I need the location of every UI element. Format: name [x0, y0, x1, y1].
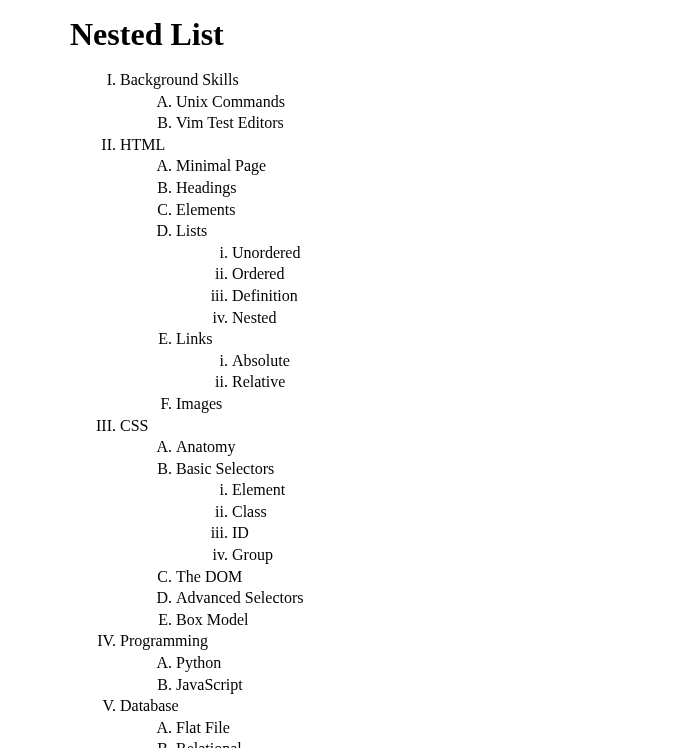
list-item-label: HTML — [120, 136, 165, 153]
list-item-label: CSS — [120, 417, 148, 434]
sublist: Absolute Relative — [176, 350, 662, 393]
sublist: Flat File Relational — [120, 717, 662, 748]
list-item: Images — [176, 393, 662, 415]
outline-root: Background Skills Unix Commands Vim Test… — [20, 69, 662, 748]
list-item-label: Absolute — [232, 352, 290, 369]
list-item: Headings — [176, 177, 662, 199]
list-item: Class — [232, 501, 662, 523]
list-item: Absolute — [232, 350, 662, 372]
list-item: Group — [232, 544, 662, 566]
list-item: Vim Test Editors — [176, 112, 662, 134]
list-item-label: JavaScript — [176, 676, 243, 693]
list-item: HTML Minimal Page Headings Elements List… — [120, 134, 662, 415]
list-item-label: Elements — [176, 201, 236, 218]
sublist: Anatomy Basic Selectors Element Class ID… — [120, 436, 662, 630]
list-item: Relative — [232, 371, 662, 393]
list-item: Unix Commands — [176, 91, 662, 113]
list-item: Basic Selectors Element Class ID Group — [176, 458, 662, 566]
sublist: Unordered Ordered Definition Nested — [176, 242, 662, 328]
list-item-label: Links — [176, 330, 212, 347]
list-item: Programming Python JavaScript — [120, 630, 662, 695]
list-item: Advanced Selectors — [176, 587, 662, 609]
list-item: Nested — [232, 307, 662, 329]
list-item: The DOM — [176, 566, 662, 588]
list-item-label: Headings — [176, 179, 236, 196]
list-item-label: Advanced Selectors — [176, 589, 304, 606]
list-item-label: Lists — [176, 222, 207, 239]
list-item-label: Box Model — [176, 611, 248, 628]
list-item: Python — [176, 652, 662, 674]
list-item-label: Relational — [176, 740, 242, 748]
sublist: Element Class ID Group — [176, 479, 662, 565]
list-item-label: Ordered — [232, 265, 284, 282]
list-item: Definition — [232, 285, 662, 307]
list-item-label: Background Skills — [120, 71, 239, 88]
list-item: CSS Anatomy Basic Selectors Element Clas… — [120, 415, 662, 631]
sublist: Minimal Page Headings Elements Lists Uno… — [120, 155, 662, 414]
list-item-label: Definition — [232, 287, 298, 304]
list-item-label: Class — [232, 503, 267, 520]
list-item-label: Images — [176, 395, 222, 412]
list-item: Elements — [176, 199, 662, 221]
list-item-label: Vim Test Editors — [176, 114, 284, 131]
list-item-label: Nested — [232, 309, 276, 326]
list-item-label: Minimal Page — [176, 157, 266, 174]
sublist: Python JavaScript — [120, 652, 662, 695]
list-item-label: Unordered — [232, 244, 300, 261]
list-item-label: Anatomy — [176, 438, 236, 455]
list-item: Ordered — [232, 263, 662, 285]
list-item-label: Element — [232, 481, 285, 498]
list-item-label: ID — [232, 524, 249, 541]
list-item: Box Model — [176, 609, 662, 631]
list-item: Lists Unordered Ordered Definition Neste… — [176, 220, 662, 328]
list-item: Anatomy — [176, 436, 662, 458]
list-item: JavaScript — [176, 674, 662, 696]
list-item: ID — [232, 522, 662, 544]
list-item: Flat File — [176, 717, 662, 739]
list-item: Minimal Page — [176, 155, 662, 177]
list-item: Database Flat File Relational — [120, 695, 662, 748]
list-item-label: The DOM — [176, 568, 242, 585]
list-item-label: Group — [232, 546, 273, 563]
list-item-label: Unix Commands — [176, 93, 285, 110]
list-item: Links Absolute Relative — [176, 328, 662, 393]
list-item-label: Database — [120, 697, 179, 714]
list-item-label: Relative — [232, 373, 285, 390]
page-title: Nested List — [70, 16, 662, 53]
list-item: Element — [232, 479, 662, 501]
list-item: Unordered — [232, 242, 662, 264]
list-item-label: Flat File — [176, 719, 230, 736]
list-item: Relational — [176, 738, 662, 748]
list-item: Background Skills Unix Commands Vim Test… — [120, 69, 662, 134]
list-item-label: Programming — [120, 632, 208, 649]
list-item-label: Basic Selectors — [176, 460, 274, 477]
list-item-label: Python — [176, 654, 221, 671]
sublist: Unix Commands Vim Test Editors — [120, 91, 662, 134]
